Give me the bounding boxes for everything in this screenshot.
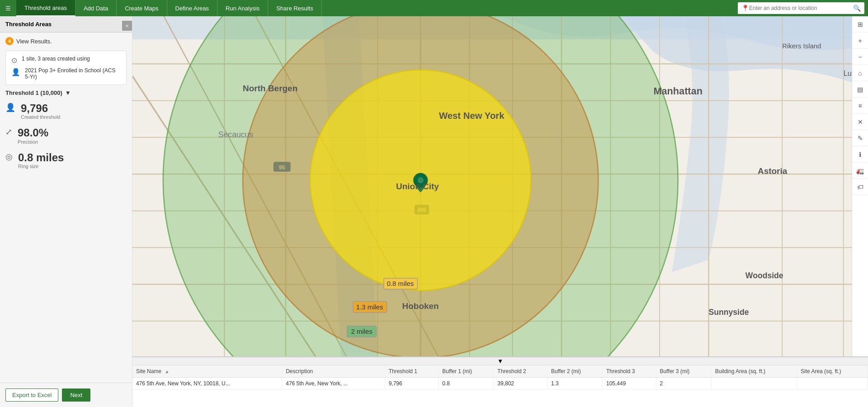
cell-description: 476 5th Ave, New York, ... xyxy=(282,378,385,390)
tab-share-results[interactable]: Share Results xyxy=(268,0,322,16)
info-button[interactable]: ℹ xyxy=(852,146,868,163)
threshold-dropdown[interactable]: Threshold 1 (10,000) ▼ xyxy=(5,89,127,96)
right-toolbar: ⊞ + − ⌂ ▤ ≡ ✕ ✎ ℹ 🚛 🏷 xyxy=(852,16,868,356)
variable-text: 2021 Pop 3+ Enrolled in School (ACS 5-Yr… xyxy=(25,67,121,80)
tag-button[interactable]: 🏷 xyxy=(852,179,868,195)
dropdown-arrow-icon: ▼ xyxy=(65,89,71,96)
data-table-container: ▼ Site Name ▲ Description Threshold 1 Bu… xyxy=(132,356,868,407)
tab-add-data[interactable]: Add Data xyxy=(75,0,117,16)
sites-info-row: ⊙ 1 site, 3 areas created using xyxy=(11,56,121,65)
tab-run-analysis[interactable]: Run Analysis xyxy=(217,0,268,16)
col-threshold1[interactable]: Threshold 1 xyxy=(385,365,439,378)
cell-threshold2: 39,802 xyxy=(494,378,547,390)
col-buffer3[interactable]: Buffer 3 (mi) xyxy=(656,365,711,378)
col-site-name[interactable]: Site Name ▲ xyxy=(132,365,282,378)
tab-threshold-areas[interactable]: Threshold areas xyxy=(16,0,75,16)
threshold-label: Threshold 1 (10,000) xyxy=(5,89,62,96)
svg-text:Union City: Union City xyxy=(396,182,439,191)
basemap-button[interactable]: ⊞ xyxy=(852,16,868,33)
svg-text:North Bergen: North Bergen xyxy=(243,84,297,93)
map-container[interactable]: 95 495 0.8 miles 1.3 miles xyxy=(132,16,868,356)
zoom-in-button[interactable]: + xyxy=(852,33,868,49)
svg-text:Manhattan: Manhattan xyxy=(653,85,702,97)
person-metric-icon: 👤 xyxy=(5,103,15,112)
svg-text:Secaucus: Secaucus xyxy=(218,130,254,139)
menu-icon: ☰ xyxy=(5,5,11,12)
svg-text:West New York: West New York xyxy=(439,111,505,121)
cell-site-name: 476 5th Ave, New York, NY, 10018, U... xyxy=(132,378,282,390)
vehicle-button[interactable]: 🚛 xyxy=(852,163,868,179)
search-icon: 🔍 xyxy=(853,5,861,12)
left-panel: Threshold Areas « 4 View Results. ⊙ 1 si… xyxy=(0,16,132,407)
search-input[interactable] xyxy=(749,5,853,11)
ring-size-value: 0.8 miles xyxy=(18,152,64,164)
main-container: Threshold Areas « 4 View Results. ⊙ 1 si… xyxy=(0,16,868,407)
tab-define-areas[interactable]: Define Areas xyxy=(167,0,217,16)
info-card: ⊙ 1 site, 3 areas created using 👤 2021 P… xyxy=(5,51,127,85)
col-buffer2[interactable]: Buffer 2 (mi) xyxy=(547,365,602,378)
zoom-out-button[interactable]: − xyxy=(852,49,868,65)
metric-ring-size: ◎ 0.8 miles Ring size xyxy=(5,152,127,169)
map-background: 95 495 0.8 miles 1.3 miles xyxy=(132,16,868,356)
svg-text:0.8 miles: 0.8 miles xyxy=(387,281,414,288)
col-description[interactable]: Description xyxy=(282,365,385,378)
step-indicator: 4 xyxy=(5,37,14,45)
ring-size-label-text: Ring size xyxy=(18,164,64,169)
panel-title: Threshold Areas xyxy=(5,21,52,28)
view-results-label: View Results. xyxy=(16,38,52,45)
variable-info-row: 👤 2021 Pop 3+ Enrolled in School (ACS 5-… xyxy=(11,67,121,80)
home-button[interactable]: ⌂ xyxy=(852,65,868,81)
close-button[interactable]: ✕ xyxy=(852,114,868,130)
precision-value: 98.0% xyxy=(18,127,48,139)
metric-precision: ⤢ 98.0% Precision xyxy=(5,127,127,144)
sites-text: 1 site, 3 areas created using xyxy=(22,56,90,62)
expand-metric-icon: ⤢ xyxy=(5,127,12,137)
cell-site-area xyxy=(797,378,868,390)
threshold-label-text: Created threshold xyxy=(21,114,60,120)
tab-create-maps[interactable]: Create Maps xyxy=(117,0,167,16)
panel-header: Threshold Areas xyxy=(0,16,132,33)
svg-text:Hoboken: Hoboken xyxy=(402,301,439,311)
circle-icon: ⊙ xyxy=(11,56,17,65)
cell-threshold3: 105,449 xyxy=(603,378,656,390)
metric-created-threshold: 👤 9,796 Created threshold xyxy=(5,103,127,120)
search-bar[interactable]: 📍 🔍 xyxy=(738,2,864,14)
cell-threshold1: 9,796 xyxy=(385,378,439,390)
precision-label-text: Precision xyxy=(18,139,48,145)
collapse-table-button[interactable]: ▼ xyxy=(132,357,868,365)
table-row: 476 5th Ave, New York, NY, 10018, U... 4… xyxy=(132,378,868,390)
cell-building-area xyxy=(711,378,797,390)
filter-button[interactable]: ≡ xyxy=(852,98,868,114)
next-button[interactable]: Next xyxy=(62,388,90,402)
target-metric-icon: ◎ xyxy=(5,152,13,162)
results-table: Site Name ▲ Description Threshold 1 Buff… xyxy=(132,365,868,390)
col-threshold3[interactable]: Threshold 3 xyxy=(603,365,656,378)
view-results-section: 4 View Results. xyxy=(5,37,127,45)
cell-buffer2: 1.3 xyxy=(547,378,602,390)
person-icon: 👤 xyxy=(11,68,20,76)
collapse-panel-button[interactable]: « xyxy=(122,21,132,31)
col-site-area[interactable]: Site Area (sq. ft.) xyxy=(797,365,868,378)
table-scroll-area[interactable]: Site Name ▲ Description Threshold 1 Buff… xyxy=(132,365,868,407)
cell-buffer1: 0.8 xyxy=(439,378,494,390)
panel-footer: Export to Excel Next xyxy=(0,383,132,407)
svg-text:Woodside: Woodside xyxy=(745,271,783,280)
location-icon: 📍 xyxy=(741,5,749,12)
export-to-excel-button[interactable]: Export to Excel xyxy=(5,388,58,402)
menu-button[interactable]: ☰ xyxy=(0,0,16,16)
top-navigation: ☰ Threshold areas Add Data Create Maps D… xyxy=(0,0,868,16)
svg-text:Sunnyside: Sunnyside xyxy=(708,308,749,317)
cell-buffer3: 2 xyxy=(656,378,711,390)
edit-button[interactable]: ✎ xyxy=(852,130,868,146)
col-buffer1[interactable]: Buffer 1 (mi) xyxy=(439,365,494,378)
svg-text:2 miles: 2 miles xyxy=(351,328,372,335)
layers-button[interactable]: ▤ xyxy=(852,81,868,98)
svg-text:Astoria: Astoria xyxy=(758,166,788,176)
sort-icon: ▲ xyxy=(165,369,169,374)
col-threshold2[interactable]: Threshold 2 xyxy=(494,365,547,378)
col-building-area[interactable]: Building Area (sq. ft.) xyxy=(711,365,797,378)
panel-content: 4 View Results. ⊙ 1 site, 3 areas create… xyxy=(0,33,132,383)
collapse-table-icon: ▼ xyxy=(497,358,503,365)
svg-text:1.3 miles: 1.3 miles xyxy=(356,304,383,311)
map-area: 95 495 0.8 miles 1.3 miles xyxy=(132,16,868,407)
